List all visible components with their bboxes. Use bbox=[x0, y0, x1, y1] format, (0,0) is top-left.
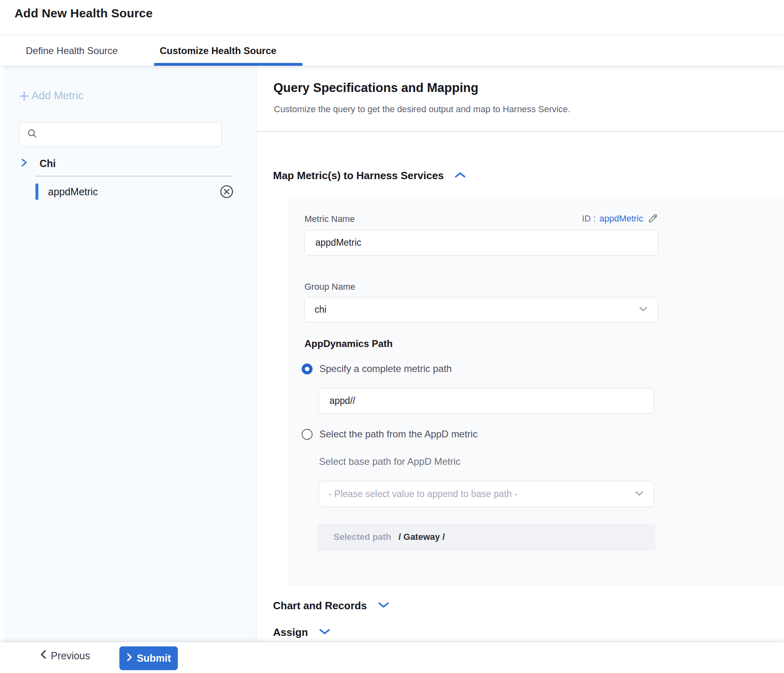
id-label: ID : bbox=[582, 213, 596, 224]
active-tab-underline bbox=[154, 63, 302, 66]
search-input[interactable] bbox=[42, 129, 212, 140]
metric-group-label: Chi bbox=[40, 158, 56, 169]
id-value-link[interactable]: appdMetric bbox=[599, 213, 643, 224]
appdynamics-path-heading: AppDynamics Path bbox=[304, 338, 393, 349]
chevron-down-icon[interactable] bbox=[377, 601, 390, 611]
previous-label: Previous bbox=[51, 650, 90, 662]
add-metric-label: Add Metric bbox=[31, 90, 83, 102]
group-name-value: chi bbox=[315, 304, 326, 315]
chevron-up-icon[interactable] bbox=[454, 171, 466, 181]
metric-name-input-wrap bbox=[304, 230, 658, 255]
chevron-down-icon bbox=[634, 490, 644, 498]
chevron-left-icon bbox=[40, 649, 47, 662]
tab-define-health-source[interactable]: Define Health Source bbox=[26, 45, 118, 56]
map-metrics-section-header[interactable]: Map Metric(s) to Harness Services bbox=[273, 169, 466, 182]
radio-complete-path-label: Specify a complete metric path bbox=[319, 363, 452, 374]
panel-divider bbox=[257, 131, 784, 132]
panel-title: Query Specifications and Mapping bbox=[273, 81, 478, 95]
dialog-header: Add New Health Source bbox=[0, 0, 784, 35]
base-path-placeholder: - Please select value to append to base … bbox=[329, 489, 517, 500]
group-name-label: Group Name bbox=[304, 282, 355, 292]
assign-section-header[interactable]: Assign bbox=[273, 626, 331, 639]
chevron-down-icon[interactable] bbox=[319, 628, 331, 637]
base-path-label: Select base path for AppD Metric bbox=[319, 456, 461, 467]
tab-bar: Define Health Source Customize Health So… bbox=[0, 36, 784, 66]
base-path-select[interactable]: - Please select value to append to base … bbox=[319, 481, 654, 507]
chevron-right-icon bbox=[126, 652, 133, 665]
panel-subtitle: Customize the query to get the desired o… bbox=[274, 104, 570, 115]
assign-heading: Assign bbox=[273, 626, 308, 639]
radio-selected-icon[interactable] bbox=[302, 364, 313, 374]
selected-path-value: / Gateway / bbox=[398, 532, 445, 542]
delete-metric-icon[interactable] bbox=[219, 184, 234, 199]
radio-select-appd-path[interactable]: Select the path from the AppD metric bbox=[302, 428, 477, 440]
previous-button[interactable]: Previous bbox=[40, 649, 90, 662]
edit-id-pencil-icon[interactable] bbox=[647, 213, 658, 224]
radio-unselected-icon[interactable] bbox=[302, 429, 313, 440]
group-name-select[interactable]: chi bbox=[304, 297, 658, 322]
metrics-sidebar: Add Metric Chi appdMetric bbox=[4, 66, 256, 642]
metric-item-label: appdMetric bbox=[48, 186, 219, 198]
chart-records-heading: Chart and Records bbox=[273, 600, 367, 612]
chart-records-section-header[interactable]: Chart and Records bbox=[273, 600, 390, 612]
selected-metric-indicator bbox=[35, 184, 38, 200]
complete-path-input-wrap bbox=[319, 388, 654, 414]
metric-group-chi[interactable]: Chi bbox=[20, 157, 56, 169]
dialog-title: Add New Health Source bbox=[15, 6, 153, 20]
metric-list-item-appdmetric[interactable]: appdMetric bbox=[35, 182, 234, 201]
submit-button[interactable]: Submit bbox=[119, 646, 178, 670]
plus-icon bbox=[19, 90, 30, 102]
metric-search-box[interactable] bbox=[19, 122, 222, 147]
map-metrics-heading: Map Metric(s) to Harness Services bbox=[273, 169, 444, 182]
dialog-footer: Previous Submit bbox=[0, 642, 784, 673]
chevron-right-icon[interactable] bbox=[20, 157, 28, 169]
radio-complete-metric-path[interactable]: Specify a complete metric path bbox=[302, 363, 452, 374]
metric-mapping-card: Metric Name ID : appdMetric Group Name c… bbox=[288, 199, 784, 586]
radio-select-path-label: Select the path from the AppD metric bbox=[319, 428, 477, 440]
add-new-health-source-dialog: Add New Health Source Define Health Sour… bbox=[0, 0, 784, 673]
add-metric-button[interactable]: Add Metric bbox=[19, 90, 83, 102]
tab-customize-health-source[interactable]: Customize Health Source bbox=[160, 45, 276, 56]
submit-label: Submit bbox=[137, 652, 171, 664]
query-specifications-panel: Query Specifications and Mapping Customi… bbox=[257, 66, 784, 642]
complete-path-input[interactable] bbox=[319, 395, 654, 406]
metric-name-input[interactable] bbox=[305, 237, 658, 248]
search-icon bbox=[27, 128, 38, 140]
metric-id-row: ID : appdMetric bbox=[304, 213, 658, 224]
sidebar-divider bbox=[35, 176, 233, 176]
chevron-down-icon bbox=[638, 306, 648, 314]
selected-path-row: Selected path / Gateway / bbox=[317, 524, 655, 550]
selected-path-label: Selected path bbox=[334, 532, 391, 542]
